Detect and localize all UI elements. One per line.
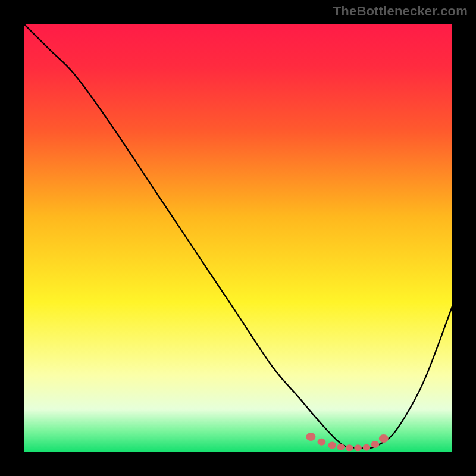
chart-svg (24, 24, 452, 452)
chart-frame: TheBottlenecker.com (0, 0, 476, 476)
optimal-marker (379, 434, 389, 443)
optimal-marker (306, 433, 315, 441)
optimal-marker (328, 441, 337, 449)
plot-area (24, 24, 452, 452)
optimal-marker (371, 441, 380, 448)
optimal-marker (354, 444, 362, 451)
optimal-marker (318, 439, 326, 446)
gradient-background (24, 24, 452, 452)
optimal-marker (363, 444, 371, 451)
watermark-label: TheBottlenecker.com (333, 4, 468, 19)
optimal-marker (346, 444, 353, 451)
optimal-marker (337, 444, 345, 450)
